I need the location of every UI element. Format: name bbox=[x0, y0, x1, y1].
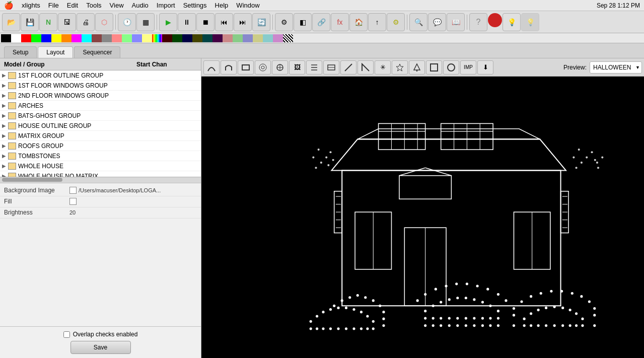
apple-menu[interactable]: 🍎 bbox=[4, 1, 14, 10]
model-item[interactable]: ▶ 1ST FLOOR WINDOWS GROUP bbox=[0, 81, 201, 91]
model-item[interactable]: ▶ MATRIX GROUP bbox=[0, 131, 201, 141]
toolbar-open[interactable]: 📂 bbox=[2, 13, 20, 31]
toolbar-question[interactable]: ? bbox=[469, 13, 487, 31]
color-darkred[interactable] bbox=[162, 34, 172, 42]
tool-angle[interactable] bbox=[357, 60, 374, 75]
hscroll[interactable] bbox=[0, 177, 201, 183]
model-item[interactable]: ▶ ROOFS GROUP bbox=[0, 141, 201, 151]
tab-sequencer[interactable]: Sequencer bbox=[74, 46, 120, 58]
preview-select[interactable]: HALLOWEENDefault bbox=[590, 61, 642, 74]
toolbar-clock[interactable]: 🕐 bbox=[118, 13, 136, 31]
toolbar-link[interactable]: 🔗 bbox=[312, 13, 330, 31]
color-lime[interactable] bbox=[122, 34, 132, 42]
color-lightyellow[interactable] bbox=[142, 34, 152, 42]
toolbar-gear[interactable]: ⚙ bbox=[275, 13, 293, 31]
toolbar-home[interactable]: 🏠 bbox=[349, 13, 368, 31]
tool-down[interactable]: ⬇ bbox=[477, 60, 493, 75]
color-pattern[interactable] bbox=[283, 34, 293, 42]
color-blue[interactable] bbox=[41, 34, 51, 42]
tool-rect2[interactable] bbox=[426, 60, 442, 75]
color-magenta[interactable] bbox=[71, 34, 82, 42]
color-black[interactable] bbox=[1, 34, 11, 42]
model-item[interactable]: ▶ 2ND FLOOR WINDOWS GROUP bbox=[0, 91, 201, 101]
model-item[interactable]: ▶ 1ST FLOOR OUTLINE GROUP bbox=[0, 70, 201, 81]
color-teal[interactable] bbox=[202, 34, 212, 42]
color-brown[interactable] bbox=[92, 34, 102, 42]
toolbar-new[interactable]: N bbox=[39, 13, 57, 31]
color-khaki[interactable] bbox=[253, 34, 263, 42]
menu-xlights[interactable]: xlights bbox=[22, 2, 40, 9]
color-salmon[interactable] bbox=[223, 34, 233, 42]
toolbar-fast-forward[interactable]: ⏭ bbox=[234, 13, 252, 31]
color-lavender[interactable] bbox=[132, 34, 142, 42]
color-white[interactable] bbox=[11, 34, 21, 42]
menu-help[interactable]: Help bbox=[215, 2, 229, 9]
color-purple[interactable] bbox=[212, 34, 223, 42]
tool-tree[interactable] bbox=[409, 60, 425, 75]
tab-setup[interactable]: Setup bbox=[4, 46, 37, 58]
menu-settings[interactable]: Settings bbox=[183, 2, 207, 9]
tool-line[interactable] bbox=[340, 60, 356, 75]
tool-import[interactable]: IMP bbox=[460, 60, 476, 75]
menu-audio[interactable]: Audio bbox=[132, 2, 149, 9]
toolbar-bulb-on[interactable]: 💡 bbox=[503, 13, 521, 31]
toolbar-book[interactable]: 📖 bbox=[447, 13, 465, 31]
toolbar-save-file[interactable]: 🖫 bbox=[58, 13, 76, 31]
tab-layout[interactable]: Layout bbox=[38, 46, 73, 58]
toolbar-view[interactable]: ⬡ bbox=[95, 13, 113, 31]
toolbar-red-circle[interactable] bbox=[488, 13, 502, 27]
color-gray[interactable] bbox=[102, 34, 112, 42]
tool-circle[interactable] bbox=[443, 60, 459, 75]
hscroll-thumb[interactable] bbox=[2, 178, 62, 182]
save-button[interactable]: Save bbox=[70, 341, 131, 354]
model-item[interactable]: ▶ TOMBSTONES bbox=[0, 151, 201, 161]
color-red[interactable] bbox=[21, 34, 31, 42]
color-orange[interactable] bbox=[61, 34, 71, 42]
model-item[interactable]: ▶ WHOLE HOUSE bbox=[0, 161, 201, 171]
color-orchid[interactable] bbox=[273, 34, 283, 42]
tool-star[interactable] bbox=[392, 60, 408, 75]
fill-checkbox[interactable] bbox=[69, 198, 77, 205]
color-cyan[interactable] bbox=[82, 34, 92, 42]
toolbar-star[interactable]: ⚙ bbox=[387, 13, 405, 31]
tool-image[interactable]: 🖼 bbox=[289, 60, 305, 75]
toolbar-grid[interactable]: ▦ bbox=[136, 13, 155, 31]
tool-snowflake[interactable]: ✳ bbox=[375, 60, 391, 75]
toolbar-bulb-off[interactable]: 💡 bbox=[521, 13, 539, 31]
tool-stripe[interactable] bbox=[306, 60, 322, 75]
color-green[interactable] bbox=[31, 34, 41, 42]
toolbar-pause[interactable]: ⏸ bbox=[178, 13, 196, 31]
toolbar-fx[interactable]: fx bbox=[331, 13, 349, 31]
toolbar-cube[interactable]: ◧ bbox=[294, 13, 312, 31]
model-item[interactable]: ▶ HOUSE OUTLINE GROUP bbox=[0, 121, 201, 131]
toolbar-search[interactable]: 🔍 bbox=[409, 13, 427, 31]
model-item[interactable]: ▶ BATS-GHOST GROUP bbox=[0, 111, 201, 121]
tool-bar[interactable] bbox=[323, 60, 339, 75]
toolbar-save-seq[interactable]: 💾 bbox=[21, 13, 39, 31]
color-yellow[interactable] bbox=[51, 34, 61, 42]
color-mint[interactable] bbox=[233, 34, 243, 42]
menu-window[interactable]: Window bbox=[236, 2, 259, 9]
toolbar-render[interactable]: 🖨 bbox=[77, 13, 95, 31]
menu-edit[interactable]: Edit bbox=[67, 2, 78, 9]
background-image-checkbox[interactable] bbox=[69, 187, 77, 194]
color-darkgreen[interactable] bbox=[172, 34, 182, 42]
toolbar-rewind[interactable]: ⏮ bbox=[215, 13, 233, 31]
overlap-checkbox[interactable] bbox=[63, 331, 70, 338]
tool-arch2[interactable] bbox=[221, 60, 237, 75]
tool-rect[interactable] bbox=[238, 60, 254, 75]
color-rainbow[interactable] bbox=[152, 34, 162, 42]
color-pink[interactable] bbox=[112, 34, 122, 42]
toolbar-chat[interactable]: 💬 bbox=[428, 13, 446, 31]
tool-star4[interactable] bbox=[255, 60, 271, 75]
menu-import[interactable]: Import bbox=[157, 2, 175, 9]
tool-arc[interactable] bbox=[203, 60, 220, 75]
model-item[interactable]: ▶ WHOLE HOUSE NO MATRIX bbox=[0, 171, 201, 177]
color-darkblue[interactable] bbox=[182, 34, 192, 42]
menu-view[interactable]: View bbox=[110, 2, 124, 9]
color-periwinkle[interactable] bbox=[243, 34, 253, 42]
color-lightcyan[interactable] bbox=[263, 34, 273, 42]
menu-file[interactable]: File bbox=[48, 2, 59, 9]
model-item[interactable]: ▶ ARCHES bbox=[0, 101, 201, 111]
toolbar-stop[interactable]: ⏹ bbox=[196, 13, 214, 31]
